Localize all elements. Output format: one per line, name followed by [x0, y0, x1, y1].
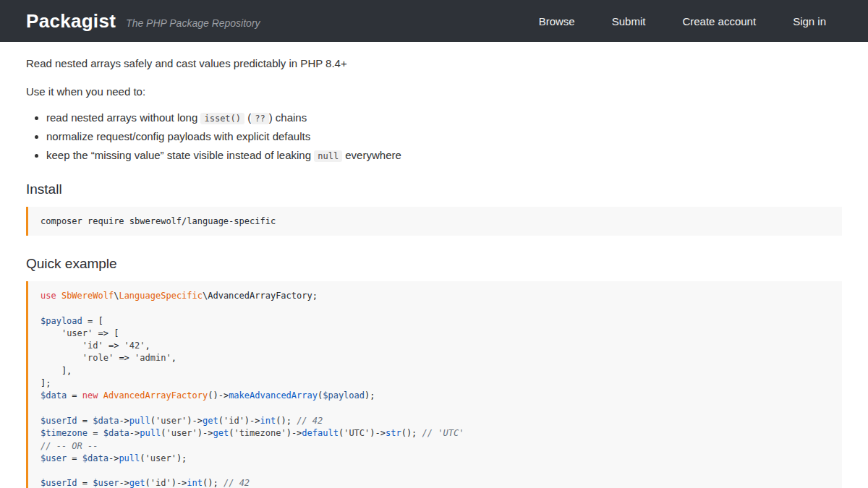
nav-browse[interactable]: Browse — [539, 15, 575, 27]
main-nav: Browse Submit Create account Sign in — [539, 15, 826, 27]
inline-code: ?? — [251, 113, 268, 124]
inline-code: isset() — [200, 113, 244, 124]
bullet-item: read nested arrays without long isset() … — [46, 111, 842, 124]
example-code-block: use SbWereWolf\LanguageSpecific\Advanced… — [26, 281, 842, 488]
code-line — [41, 465, 830, 477]
nav-submit[interactable]: Submit — [612, 15, 646, 27]
brand-tagline: The PHP Package Repository — [126, 17, 260, 29]
header: Packagist The PHP Package Repository Bro… — [0, 0, 868, 42]
intro-paragraph: Read nested arrays safely and cast value… — [26, 57, 842, 69]
code-line — [41, 302, 830, 314]
code-line: $user = $data->pull('user'); — [41, 453, 830, 465]
use-when-paragraph: Use it when you need to: — [26, 85, 842, 98]
inline-code: null — [314, 150, 342, 162]
nav-sign-in[interactable]: Sign in — [793, 15, 826, 27]
nav-create-account[interactable]: Create account — [682, 15, 756, 27]
code-line: $data = new AdvancedArrayFactory()->make… — [41, 390, 830, 402]
code-line: 'user' => [ — [41, 328, 830, 340]
code-line: $payload = [ — [41, 315, 830, 328]
feature-list: read nested arrays without long isset() … — [26, 111, 842, 161]
bullet-item: keep the “missing value” state visible i… — [46, 149, 842, 161]
code-line: 'role' => 'admin', — [41, 352, 830, 364]
install-code-block: composer require sbwerewolf/language-spe… — [26, 207, 842, 236]
bullet-item: normalize request/config payloads with e… — [46, 130, 842, 142]
code-line: use SbWereWolf\LanguageSpecific\Advanced… — [41, 290, 830, 302]
code-line — [41, 403, 830, 415]
code-line: ]; — [41, 377, 830, 390]
install-heading: Install — [26, 181, 842, 197]
code-line: $timezone = $data->pull('user')->get('ti… — [41, 427, 830, 440]
code-line: ], — [41, 365, 830, 377]
code-line: $userId = $user->get('id')->int(); // 42 — [41, 477, 830, 488]
install-command: composer require sbwerewolf/language-spe… — [41, 216, 276, 226]
code-line: 'id' => '42', — [41, 340, 830, 352]
code-line: $userId = $data->pull('user')->get('id')… — [41, 415, 830, 427]
brand-logo[interactable]: Packagist — [26, 10, 116, 33]
quick-example-heading: Quick example — [26, 256, 842, 272]
readme-content: Read nested arrays safely and cast value… — [0, 42, 868, 488]
code-line: // -- OR -- — [41, 440, 830, 453]
